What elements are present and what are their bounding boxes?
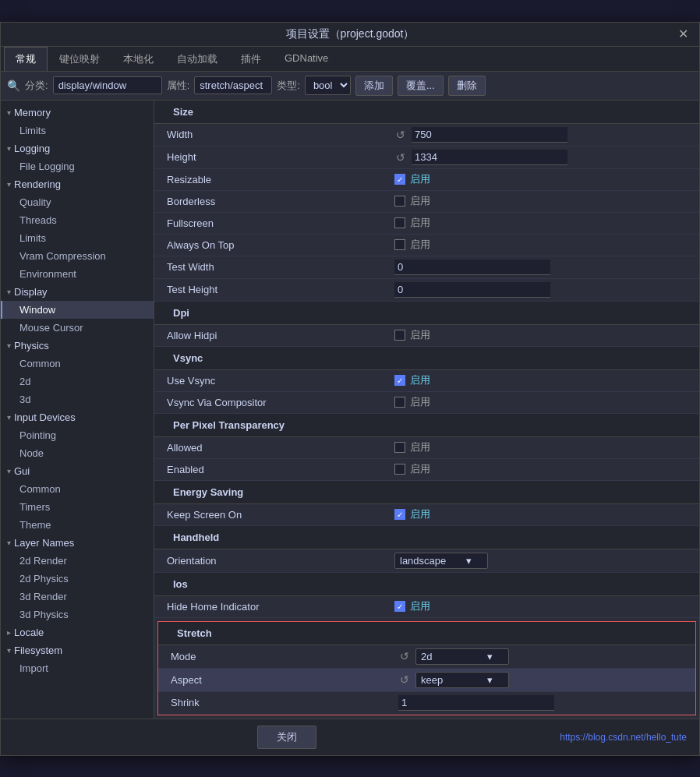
sidebar-item-import[interactable]: Import [1,659,154,677]
arrow-display: ▾ [7,288,11,296]
input-test-height[interactable] [394,282,550,298]
main-content: ▾ Memory Limits ▾ Logging File Logging ▾… [1,101,699,719]
tab-general[interactable]: 常规 [4,47,48,71]
section-energy-saving-label: Energy Saving [161,483,394,501]
value-keep-screen-on: 启用 [388,504,699,524]
sidebar-item-environment[interactable]: Environment [1,265,154,283]
arrow-filesystem: ▾ [7,646,11,655]
project-settings-window: 项目设置（project.godot） ✕ 常规 键位映射 本地化 自动加载 插… [0,22,700,756]
arrow-input-devices: ▾ [7,413,11,422]
input-test-width[interactable] [394,260,550,275]
sidebar-item-threads[interactable]: Threads [1,211,154,229]
sidebar-item-vram-compression[interactable]: Vram Compression [1,247,154,265]
category-input[interactable] [53,76,162,94]
sidebar-item-limits-rendering[interactable]: Limits [1,229,154,247]
section-handheld: Handheld [154,526,699,549]
enabled-enabled: 启用 [410,462,430,476]
section-dpi: Dpi [154,302,699,325]
category-label: 分类: [25,79,48,93]
sidebar-item-timers[interactable]: Timers [1,498,154,516]
sidebar-item-2d-render[interactable]: 2d Render [1,552,154,570]
footer-link[interactable]: https://blog.csdn.net/hello_tute [560,732,687,743]
tab-localization[interactable]: 本地化 [111,47,165,71]
checkbox-use-vsync[interactable] [394,375,405,386]
row-test-height: Test Height [154,279,699,302]
dropdown-orientation[interactable]: landscape ▾ [394,553,488,569]
group-header-filesystem[interactable]: ▾ Filesystem [1,641,154,659]
sidebar-item-physics-3d[interactable]: 3d [1,390,154,408]
group-header-rendering[interactable]: ▾ Rendering [1,175,154,193]
sidebar-item-3d-physics[interactable]: 3d Physics [1,606,154,623]
label-aspect: Aspect [158,671,392,689]
value-use-vsync: 启用 [388,370,699,390]
dropdown-aspect[interactable]: keep ▾ [415,672,509,688]
sidebar-item-pointing[interactable]: Pointing [1,426,154,444]
checkbox-enabled[interactable] [394,464,405,475]
property-input[interactable] [194,76,272,94]
tab-keymap[interactable]: 键位映射 [48,47,111,71]
checkbox-resizable[interactable] [394,174,405,185]
tab-plugins[interactable]: 插件 [229,47,273,71]
checkbox-fullscreen[interactable] [394,217,405,228]
checkbox-borderless[interactable] [394,196,405,207]
group-physics: ▾ Physics Common 2d 3d [1,337,154,408]
type-select[interactable]: bool [305,76,351,95]
close-window-button[interactable]: ✕ [673,26,693,42]
input-width[interactable] [412,127,567,143]
dropdown-mode[interactable]: 2d ▾ [415,648,509,665]
reset-mode-button[interactable]: ↺ [398,650,411,662]
sidebar-item-theme[interactable]: Theme [1,516,154,534]
sidebar-item-quality[interactable]: Quality [1,193,154,211]
reset-aspect-button[interactable]: ↺ [398,673,411,686]
group-label-memory: Memory [14,107,51,118]
group-header-input-devices[interactable]: ▾ Input Devices [1,408,154,426]
sidebar-item-mouse-cursor[interactable]: Mouse Cursor [1,319,154,337]
group-header-gui[interactable]: ▾ Gui [1,462,154,480]
section-dpi-label: Dpi [161,304,394,322]
group-layer-names: ▾ Layer Names 2d Render 2d Physics 3d Re… [1,534,154,623]
settings-content: Size Width ↺ Height ↺ [154,101,699,719]
sidebar-item-node[interactable]: Node [1,444,154,462]
value-borderless: 启用 [388,191,699,211]
sidebar-item-file-logging[interactable]: File Logging [1,157,154,175]
delete-button[interactable]: 删除 [448,76,486,96]
checkbox-allow-hidpi[interactable] [394,330,405,341]
sidebar-item-physics-common[interactable]: Common [1,355,154,373]
group-header-display[interactable]: ▾ Display [1,283,154,301]
sidebar-item-2d-physics[interactable]: 2d Physics [1,570,154,588]
enabled-always-on-top: 启用 [410,238,430,252]
add-button[interactable]: 添加 [355,76,393,96]
group-header-layer-names[interactable]: ▾ Layer Names [1,534,154,552]
sidebar-item-limits-memory[interactable]: Limits [1,122,154,140]
group-label-gui: Gui [14,465,30,477]
sidebar-item-gui-common[interactable]: Common [1,480,154,498]
group-label-logging: Logging [14,143,50,154]
sidebar-item-physics-2d[interactable]: 2d [1,373,154,390]
close-button[interactable]: 关闭 [257,726,316,749]
group-header-physics[interactable]: ▾ Physics [1,337,154,355]
dropdown-aspect-value: keep [421,674,443,686]
sidebar-item-3d-render[interactable]: 3d Render [1,588,154,606]
group-header-memory[interactable]: ▾ Memory [1,104,154,122]
checkbox-always-on-top[interactable] [394,239,405,250]
enabled-keep-screen-on: 启用 [410,507,430,521]
reset-height-button[interactable]: ↺ [394,151,407,164]
checkbox-allowed[interactable] [394,442,405,453]
input-height[interactable] [412,150,567,165]
arrow-locale: ▸ [7,628,11,637]
cover-button[interactable]: 覆盖... [398,76,444,96]
checkbox-hide-home-indicator[interactable] [394,601,405,612]
group-label-locale: Locale [14,627,44,638]
label-height: Height [154,148,388,166]
input-shrink[interactable] [398,695,554,711]
checkbox-vsync-via-compositor[interactable] [394,397,405,408]
group-header-locale[interactable]: ▸ Locale [1,623,154,641]
tab-autoload[interactable]: 自动加载 [165,47,229,71]
sidebar-item-window[interactable]: Window [1,301,154,319]
tab-gdnative[interactable]: GDNative [273,47,340,71]
checkbox-keep-screen-on[interactable] [394,509,405,520]
label-orientation: Orientation [154,552,388,570]
group-header-logging[interactable]: ▾ Logging [1,140,154,157]
reset-width-button[interactable]: ↺ [394,129,407,141]
group-input-devices: ▾ Input Devices Pointing Node [1,408,154,462]
